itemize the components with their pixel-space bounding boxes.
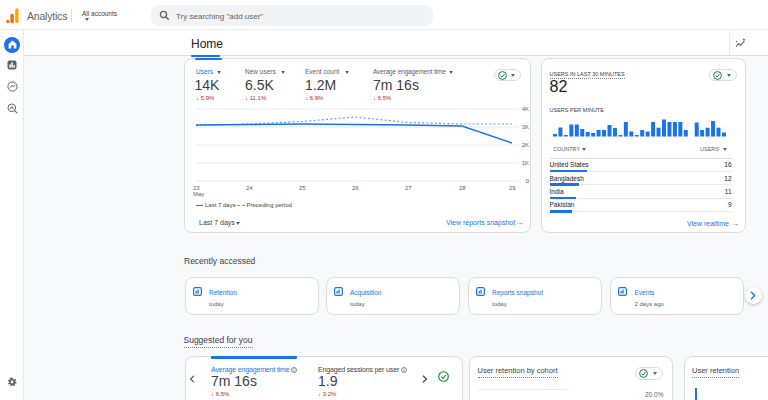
svg-text:4K: 4K [522, 106, 529, 112]
svg-text:26: 26 [352, 185, 359, 191]
svg-text:29: 29 [509, 185, 516, 191]
svg-text:1K: 1K [522, 160, 529, 166]
svg-text:3K: 3K [522, 124, 529, 130]
svg-text:0: 0 [526, 178, 530, 184]
svg-text:24: 24 [246, 185, 253, 191]
svg-text:27: 27 [405, 185, 412, 191]
svg-text:May: May [193, 191, 204, 197]
svg-text:2K: 2K [522, 142, 529, 148]
svg-text:25: 25 [299, 185, 306, 191]
svg-text:28: 28 [459, 185, 466, 191]
